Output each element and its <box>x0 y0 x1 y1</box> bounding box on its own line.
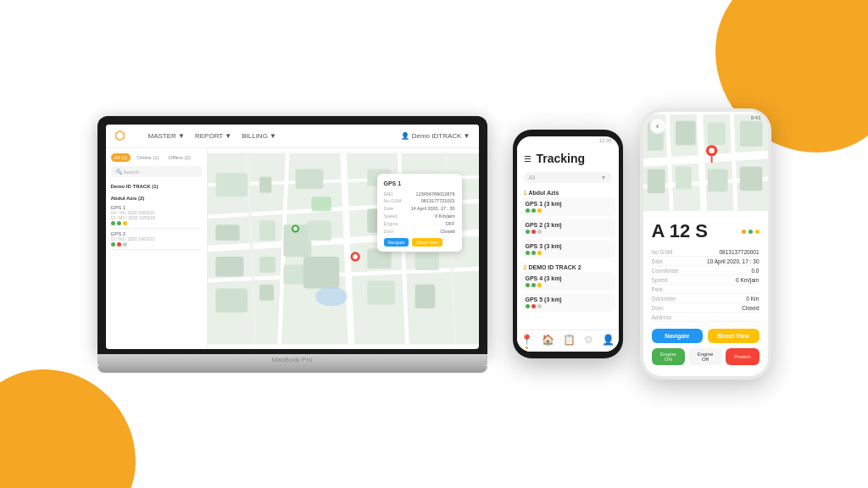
value-speed: 0 Km/jam <box>736 277 759 283</box>
street-view-button[interactable]: Street View <box>412 238 442 247</box>
vehicle-gps3[interactable]: GPS 3 (3 km) <box>520 240 615 258</box>
label-gsm: No GSM <box>652 249 673 255</box>
label-coord: Coordinate <box>652 268 679 274</box>
nav-settings[interactable]: ⚙ <box>584 334 593 349</box>
svg-rect-27 <box>415 252 438 270</box>
sidebar-item-gps2[interactable]: GPS 2 12 / N1 / 2020 19/03/22 <box>111 229 202 250</box>
tab-all[interactable]: All (3) <box>111 153 131 162</box>
phone2-status-bar: 9:41 <box>751 115 761 120</box>
svg-rect-49 <box>647 169 665 193</box>
info-park: Park <box>652 285 760 294</box>
nav-billing[interactable]: BILLING ▼ <box>242 132 276 140</box>
gps4-vehicle-dots <box>526 283 610 287</box>
v-dot-g3 <box>526 230 530 234</box>
sidebar-item-gps1[interactable]: GPS 1 1A / YA / 2020 19/03/22 12 / M1 / … <box>111 202 202 229</box>
sidebar-group-demo: Demo ID TRACK (1) <box>111 182 202 191</box>
engine-on-button[interactable]: Engine ON <box>652 348 686 365</box>
popup-value-speed: 0 Km/jam <box>435 213 454 220</box>
v-dot-g1 <box>526 208 530 213</box>
tab-offline[interactable]: Offline (2) <box>165 153 194 162</box>
dot-gray-1 <box>123 242 127 247</box>
svg-rect-15 <box>259 256 275 272</box>
popup-value-door: Closed <box>440 228 454 236</box>
app-header-user[interactable]: 👤 Demo IDTRACK ▼ <box>401 132 470 140</box>
devices-wrapper: ⬡ MASTER ▼ REPORT ▼ BILLING ▼ 👤 Demo IDT… <box>81 92 788 396</box>
phone1-filter[interactable]: All ▼ <box>524 172 612 183</box>
svg-rect-51 <box>707 169 727 192</box>
phone2-engine-actions: Engine ON Engine Off Protect <box>652 348 760 365</box>
svg-point-54 <box>709 147 715 153</box>
v-dot-gr1 <box>537 230 542 234</box>
user-label: 👤 Demo IDTRACK ▼ <box>401 132 470 140</box>
laptop-screen-outer: ⬡ MASTER ▼ REPORT ▼ BILLING ▼ 👤 Demo IDT… <box>97 116 487 354</box>
phone2-vehicle-name: A 12 S <box>652 220 708 242</box>
vehicle-gps5[interactable]: GPS 5 (3 km) <box>520 293 615 312</box>
label-date: Date <box>652 258 664 264</box>
nav-map[interactable]: 📍 <box>520 334 533 349</box>
popup-label-date: Date <box>384 205 394 213</box>
svg-point-36 <box>293 226 298 230</box>
laptop: ⬡ MASTER ▼ REPORT ▼ BILLING ▼ 👤 Demo IDT… <box>97 116 487 373</box>
group2-name: DEMO ID TRACK 2 <box>528 264 581 270</box>
svg-rect-12 <box>295 169 323 189</box>
svg-line-41 <box>699 114 704 211</box>
popup-value-imei: 123456789012876 <box>416 191 455 198</box>
label-odometer: Odometer <box>652 296 676 302</box>
vehicle-gps2[interactable]: GPS 2 (3 km) <box>520 219 615 237</box>
phone1-notch <box>551 130 585 133</box>
svg-point-31 <box>315 286 348 306</box>
phone1-time: 12:36 <box>598 138 611 143</box>
engine-off-button[interactable]: Engine Off <box>688 348 722 365</box>
label-address: Address <box>652 314 672 320</box>
nav-profile[interactable]: 👤 <box>602 334 615 349</box>
tab-online[interactable]: Online (1) <box>133 153 162 162</box>
popup-label-engine: Engine <box>384 220 398 228</box>
v-dot-g5 <box>531 251 536 255</box>
svg-rect-48 <box>739 121 762 147</box>
phone2-vehicle-dots <box>742 230 760 234</box>
app-logo: ⬡ <box>114 129 125 142</box>
value-door: Closed <box>742 305 759 311</box>
dot-red-1 <box>117 242 121 247</box>
sidebar-search[interactable]: 🔍 Search <box>111 166 202 177</box>
menu-icon[interactable]: ☰ <box>524 154 531 164</box>
svg-rect-24 <box>367 280 395 304</box>
nav-master[interactable]: MASTER ▼ <box>148 132 185 140</box>
phone2-street-view-button[interactable]: Street View <box>708 329 760 343</box>
phone1-group2-title: 2 DEMO ID TRACK 2 <box>520 261 615 272</box>
v-dot-r2 <box>531 304 536 308</box>
value-coord: 0.0 <box>751 268 759 274</box>
gps2-meta: 12 / N1 / 2020 19/03/22 <box>111 236 202 241</box>
phone2-vehicle-header: A 12 S <box>652 220 760 242</box>
phone2-back-button[interactable]: ‹ <box>650 119 665 134</box>
v-dot-g8 <box>526 304 530 308</box>
navigate-button[interactable]: Navigate <box>384 238 409 247</box>
vehicle-gps4[interactable]: GPS 4 (3 km) <box>520 272 615 291</box>
phone2-navigate-button[interactable]: Navigate <box>652 329 704 343</box>
value-gsm: 0813137720001 <box>720 249 760 255</box>
info-speed: Speed 0 Km/jam <box>652 275 760 285</box>
map-popup: GPS 1 IMEI 123456789012876 No GSM 081317… <box>377 174 462 252</box>
info-address: Address <box>652 313 760 322</box>
protect-button[interactable]: Protect <box>726 348 760 365</box>
vehicle-gps1[interactable]: GPS 1 (3 km) <box>520 197 615 216</box>
dot-green-3 <box>111 242 115 247</box>
svg-rect-13 <box>215 225 239 241</box>
phone2-info-table: No GSM 0813137720001 Date 10 April 2020,… <box>652 247 760 322</box>
nav-report[interactable]: 📋 <box>563 334 576 349</box>
popup-label-gsm: No GSM <box>384 197 402 205</box>
nav-report[interactable]: REPORT ▼ <box>195 132 231 140</box>
nav-home[interactable]: 🏠 <box>542 334 554 349</box>
phone1: 12:36 ☰ Tracking All ▼ 1 Abdul Az <box>513 130 623 358</box>
popup-label-imei: IMEI <box>384 191 393 198</box>
popup-label-door: Door <box>384 228 394 236</box>
label-door: Door <box>652 305 664 311</box>
laptop-container: ⬡ MASTER ▼ REPORT ▼ BILLING ▼ 👤 Demo IDT… <box>97 116 487 373</box>
popup-value-engine: OFF <box>446 220 455 228</box>
gps4-vehicle-name: GPS 4 (3 km) <box>526 275 610 281</box>
popup-row-date: Date 14 April 2020, 17 : 30 <box>384 205 455 213</box>
svg-rect-10 <box>215 173 248 197</box>
phone2-map: ‹ 9:41 <box>643 112 768 214</box>
sidebar-tabs: All (3) Online (1) Offline (2) <box>111 153 202 162</box>
svg-rect-29 <box>303 256 338 288</box>
